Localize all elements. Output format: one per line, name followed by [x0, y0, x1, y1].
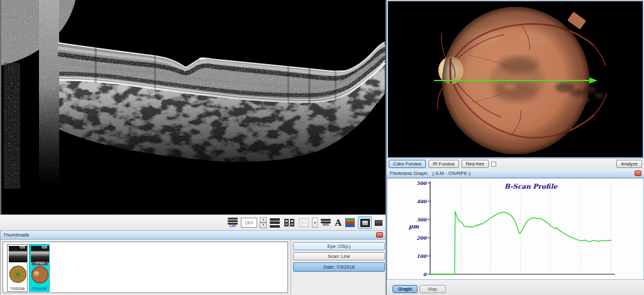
ir-fundus-button[interactable]: IR Fundus — [428, 160, 459, 168]
oct-review-window: LVV OFF ▲ ▼ ▼ — [0, 0, 644, 295]
thumbnail-fundus-line-icon — [31, 266, 48, 284]
grid-overlay-button-disabled — [298, 216, 309, 229]
avg-label: AVG — [321, 223, 331, 226]
svg-text:200: 200 — [416, 235, 426, 241]
analyze-button[interactable]: Analyze — [616, 160, 642, 168]
svg-text:300: 300 — [416, 217, 426, 223]
thumbnail-date: 7/3/2018 — [8, 287, 27, 291]
thickness-graph-subtitle: ( ILM - OS/RPE ) — [432, 170, 470, 176]
svg-text:400: 400 — [416, 199, 426, 204]
stacked-scans-icon — [270, 218, 280, 228]
oct-bscan-viewer[interactable] — [0, 0, 386, 214]
grayscale-display-icon — [360, 219, 370, 227]
thumbnail-eye-label: OS — [42, 245, 47, 249]
graph-footer: Graph Map — [387, 280, 644, 295]
color-map-icon — [345, 218, 355, 227]
overlay-mode-spinner[interactable]: ▲ ▼ — [260, 217, 267, 228]
minimize-view-button[interactable] — [374, 216, 383, 229]
thumbnails-title-bar: Thumbnails — [1, 231, 386, 240]
oct-bscan-image — [1, 0, 386, 214]
thickness-graph-close-button[interactable] — [635, 170, 641, 176]
thickness-graph-title-bar: Thickness Graph ( ILM - OS/RPE ) — [387, 169, 644, 178]
font-icon: A — [335, 218, 341, 228]
bscan-profile-plot: B-Scan Profile µm 0100200300400500 — [387, 179, 643, 279]
thumbnail-date: 7/3/2018 — [30, 287, 49, 291]
spinner-up-icon[interactable]: ▲ — [260, 217, 267, 223]
fundus-viewer[interactable] — [387, 0, 644, 159]
spinner-down-icon[interactable]: ▼ — [260, 223, 267, 228]
color-fundus-button[interactable]: Color Fundus — [389, 160, 426, 168]
lvv-label: LVV — [228, 225, 238, 228]
svg-text:500: 500 — [416, 181, 426, 186]
date-info-button[interactable]: Date: 7/3/2018 — [293, 262, 385, 272]
thumbnail-eye-label: OS — [19, 245, 25, 249]
dual-view-icon — [284, 218, 295, 227]
overlay-mode-value: OFF — [241, 218, 257, 228]
color-map-button[interactable] — [345, 216, 355, 229]
thumbnails-close-button[interactable] — [376, 232, 383, 238]
oct-toolbar: LVV OFF ▲ ▼ ▼ — [0, 214, 386, 231]
thumbnail-open-label: OPEN — [32, 262, 48, 265]
grayscale-display-button-selected[interactable] — [358, 216, 372, 229]
bscan-profile-chart: B-Scan Profile µm 0100200300400500 — [387, 178, 644, 280]
fundus-overlay-checkbox[interactable] — [491, 162, 496, 167]
thumbnail-radial-scan[interactable]: OS 7/3/2018 — [7, 244, 28, 292]
svg-text:100: 100 — [416, 253, 426, 259]
thumbnails-title: Thumbnails — [3, 232, 29, 238]
lvv-layers-button[interactable]: LVV — [227, 216, 238, 229]
eye-info-button[interactable]: Eye: OS(L) — [293, 242, 385, 250]
tab-graph-selected[interactable]: Graph — [392, 285, 418, 293]
fundus-view-bar: Color Fundus IR Fundus Red-free Analyze — [387, 159, 644, 169]
thumbnail-line-scan-selected[interactable]: OS OPEN 7/3/2018 — [29, 244, 50, 292]
minimize-view-icon — [375, 220, 382, 226]
red-free-button[interactable]: Red-free — [462, 160, 489, 168]
grid-icon — [299, 218, 309, 227]
thumbnail-radial-pattern-icon — [9, 265, 26, 284]
color-fundus-image — [388, 1, 643, 157]
grid-dropdown-arrow[interactable]: ▼ — [312, 218, 318, 228]
scan-info-column: Eye: OS(L) Scan: Line Date: 7/3/2018 — [291, 240, 386, 295]
chart-ylabel: µm — [408, 223, 419, 230]
thickness-graph-title: Thickness Graph — [389, 170, 427, 176]
thumbnail-list[interactable]: OS 7/3/2018 OS OPEN — [3, 242, 288, 293]
annotation-font-button[interactable]: A — [334, 216, 342, 229]
average-button[interactable]: AVG — [320, 216, 331, 229]
dual-view-button[interactable] — [283, 216, 296, 229]
right-panel: Color Fundus IR Fundus Red-free Analyze … — [387, 0, 644, 295]
stacked-scans-button[interactable] — [269, 216, 280, 229]
scan-type-info-button[interactable]: Scan: Line — [293, 252, 385, 260]
svg-text:0: 0 — [423, 272, 427, 277]
thumbnails-panel: Thumbnails OS 7/3/2 — [0, 231, 386, 295]
tab-map[interactable]: Map — [419, 285, 446, 293]
